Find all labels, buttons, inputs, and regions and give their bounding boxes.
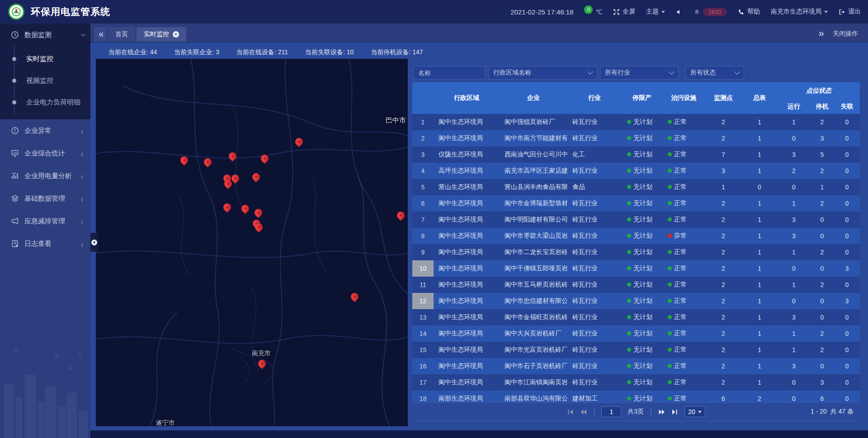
table-row[interactable]: 14阆中生态环境局阆中大兴页岩机砖厂砖瓦行业无计划正常21120 xyxy=(412,325,860,342)
table-row[interactable]: 1阆中生态环境局阆中强锐页岩砖厂砖瓦行业无计划正常21120 xyxy=(412,114,860,130)
mute-button[interactable] xyxy=(676,9,683,15)
cell-limit-status: 无计划 xyxy=(622,260,662,277)
sidebar-collapse-toggle[interactable] xyxy=(90,233,98,252)
theme-dropdown[interactable]: 主题 xyxy=(646,8,665,16)
table-row[interactable]: 5营山生态环境局营山县润丰肉食品有限食品无计划正常10010 xyxy=(412,179,860,195)
cell-points: 7 xyxy=(705,146,741,163)
industry-filter-select[interactable]: 所有行业 xyxy=(600,66,679,80)
cell-industry: 砖瓦行业 xyxy=(567,260,622,277)
first-page-icon xyxy=(567,409,574,415)
tab-实时监控[interactable]: 实时监控✕ xyxy=(137,27,186,42)
table-row[interactable]: 18南部生态环境局南部县双华山沟有限公建材加工无计划正常62060 xyxy=(412,391,860,402)
cell-offline: 0 xyxy=(834,212,860,228)
cell-running: 0 xyxy=(778,130,810,146)
cell-industry: 砖瓦行业 xyxy=(567,212,622,228)
status-dot-icon xyxy=(668,169,672,173)
page-size-select[interactable]: 20 xyxy=(684,406,705,417)
tab-label: 实时监控 xyxy=(144,30,169,38)
table-row[interactable]: 6阆中生态环境局阆中市金博瑞新型墙材砖瓦行业无计划正常21120 xyxy=(412,195,860,212)
sidebar-item-label: 应急减排管理 xyxy=(24,217,65,226)
notifications[interactable]: 2632 xyxy=(693,8,727,16)
table-row[interactable]: 7阆中生态环境局阆中明阳建材有限公司砖瓦行业无计划正常21300 xyxy=(412,212,860,228)
tab-close-icon[interactable]: ✕ xyxy=(173,31,179,38)
name-filter-input[interactable] xyxy=(418,69,481,76)
sidebar-item-基础数据管理[interactable]: 基础数据管理‹ xyxy=(0,187,90,210)
last-page-button[interactable] xyxy=(671,409,678,415)
cell-region: 阆中生态环境局 xyxy=(434,277,500,293)
tabs-scroll-left-button[interactable] xyxy=(94,27,107,42)
double-chevron-right-icon[interactable] xyxy=(818,31,825,37)
table-row[interactable]: 11阆中生态环境局阆中市五马桥页岩机砖砖瓦行业无计划正常21120 xyxy=(412,277,860,293)
cell-stopped: 2 xyxy=(810,163,834,179)
cell-limit-status: 无计划 xyxy=(622,374,662,391)
cell-offline: 3 xyxy=(834,293,860,309)
cell-stopped: 0 xyxy=(810,309,834,325)
cell-stopped: 2 xyxy=(810,277,834,293)
table-row[interactable]: 8阆中生态环境局阆中市枣碧大梁山页岩砖瓦行业无计划异常21300 xyxy=(412,228,860,244)
cell-industry: 砖瓦行业 xyxy=(567,277,622,293)
sidebar-item-数据监测[interactable]: 数据监测‹ xyxy=(0,24,90,46)
cell-limit-status: 无计划 xyxy=(622,325,662,342)
next-page-button[interactable] xyxy=(658,409,665,415)
table-row[interactable]: 13阆中生态环境局阆中市金福旺页岩机砖砖瓦行业无计划正常21300 xyxy=(412,309,860,325)
name-filter[interactable] xyxy=(413,66,486,80)
tab-bar: 首页实时监控✕ 关闭操作 xyxy=(90,24,868,42)
sidebar-item-应急减排管理[interactable]: 应急减排管理‹ xyxy=(0,210,90,232)
status-dot-icon xyxy=(668,250,672,254)
col-points: 监测点 xyxy=(705,82,741,114)
cell-industry: 建材加工 xyxy=(567,391,622,402)
page-number-input[interactable] xyxy=(601,406,621,417)
status-dot-icon xyxy=(668,299,672,303)
table-row[interactable]: 10阆中生态环境局阆中千佛镇五郎垭页岩砖瓦行业无计划正常21003 xyxy=(412,260,860,277)
status-dot-icon xyxy=(627,120,631,124)
close-operations-button[interactable]: 关闭操作 xyxy=(833,30,858,38)
cell-index: 13 xyxy=(412,309,434,325)
sidebar-item-企业异常[interactable]: 企业异常‹ xyxy=(0,119,90,142)
logout-button[interactable]: 退出 xyxy=(839,8,861,16)
table-row[interactable]: 2阆中生态环境局阆中市南方节能建材有砖瓦行业无计划正常21030 xyxy=(412,130,860,146)
table-row[interactable]: 16阆中生态环境局阆中市石子页岩机砖厂砖瓦行业无计划正常21300 xyxy=(412,358,860,374)
tabs: 首页实时监控✕ xyxy=(107,27,186,42)
first-page-button[interactable] xyxy=(567,409,574,415)
fullscreen-button[interactable]: 全屏 xyxy=(613,8,635,16)
col-stopped: 停机 xyxy=(810,99,834,114)
table-row[interactable]: 4高坪生态环境局南充市高坪区王家店建砖瓦行业无计划正常31220 xyxy=(412,163,860,179)
sidebar-item-企业综合统计[interactable]: 企业综合统计‹ xyxy=(0,142,90,165)
cell-meters: 1 xyxy=(741,163,778,179)
cell-industry: 砖瓦行业 xyxy=(567,163,622,179)
help-button[interactable]: 帮助 xyxy=(738,8,760,16)
tab-首页[interactable]: 首页 xyxy=(108,27,135,42)
sidebar-item-日志查看[interactable]: 日志查看‹ xyxy=(0,232,90,255)
prev-page-icon xyxy=(580,409,587,415)
status-filter-select[interactable]: 所有状态 xyxy=(685,66,744,80)
cell-region: 阆中生态环境局 xyxy=(434,244,500,260)
cell-region: 阆中生态环境局 xyxy=(434,212,500,228)
table-row[interactable]: 15阆中生态环境局阆中市光富页岩机砖厂砖瓦行业无计划正常21120 xyxy=(412,342,860,358)
status-dot-icon xyxy=(668,348,672,352)
cell-stopped: 0 xyxy=(810,260,834,277)
prev-page-button[interactable] xyxy=(580,409,587,415)
cell-points: 2 xyxy=(705,260,741,277)
table-row[interactable]: 17阆中生态环境局阆中市江南镇阆南页岩砖瓦行业无计划正常21030 xyxy=(412,374,860,391)
table-row[interactable]: 3仪陇生态环境局西南油气田分公司川中化工无计划正常71350 xyxy=(412,146,860,163)
sidebar-item-企业用电量分析[interactable]: 企业用电量分析‹ xyxy=(0,165,90,187)
cell-index: 18 xyxy=(412,391,434,402)
region-filter-select[interactable]: 行政区域名称 xyxy=(488,66,597,80)
status-dot-icon xyxy=(627,136,631,140)
sidebar-item-label: 日志查看 xyxy=(24,240,52,248)
sidebar-subitem-企业电力负荷明细[interactable]: 企业电力负荷明细 xyxy=(0,91,90,113)
sidebar-subitem-实时监控[interactable]: 实时监控 xyxy=(0,48,90,70)
org-dropdown[interactable]: 南充市生态环境局 xyxy=(771,8,828,16)
table-row[interactable]: 9阆中生态环境局阆中市二龙长宝页岩砖砖瓦行业无计划正常21120 xyxy=(412,244,860,260)
cell-offline: 3 xyxy=(834,260,860,277)
sidebar-submenu: 实时监控视频监控企业电力负荷明细 xyxy=(0,46,90,119)
table-row[interactable]: 12阆中生态环境局阆中市忠信建材有限公砖瓦行业无计划正常21003 xyxy=(412,293,860,309)
cell-meters: 1 xyxy=(741,309,778,325)
map-panel[interactable]: 巴中市南充市遂宁市 xyxy=(96,59,408,426)
cell-index: 14 xyxy=(412,325,434,342)
main-content: 当前在线企业: 44当前失联企业: 3当前在线设备: 211当前失联设备: 10… xyxy=(90,42,868,438)
cell-limit-status: 无计划 xyxy=(622,163,662,179)
cell-index: 5 xyxy=(412,179,434,195)
col-point-status-group: 点位状态 xyxy=(778,82,860,99)
sidebar-subitem-视频监控[interactable]: 视频监控 xyxy=(0,70,90,91)
